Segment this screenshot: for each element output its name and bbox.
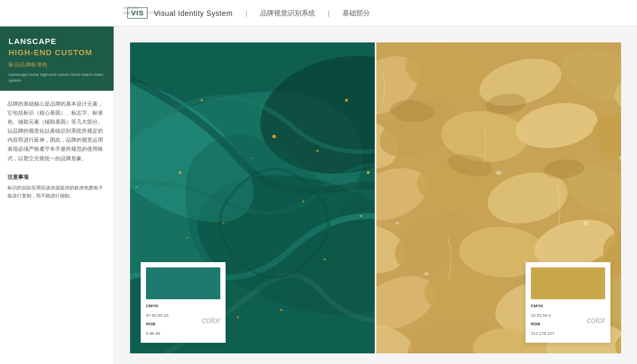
right-rgb-label: RGB (531, 322, 582, 326)
svg-point-8 (324, 258, 326, 261)
vis-label-line2: IDENTITY SYSTEM (123, 11, 165, 15)
left-cmyk-values: 97 60 65 20 (146, 313, 168, 318)
left-rgb-values: 9 88 89 (146, 331, 160, 336)
vis-small-label: VISUAL IDENTITY SYSTEM (123, 5, 165, 16)
right-image-panel: CMYK 20 53 54 0 RGB 212 178 127 color (376, 42, 621, 353)
right-rgb-values: 212 178 127 (531, 331, 555, 336)
main-content: LANSCAPE HIGH-END CUSTOM 标识品牌标准色 Landsca… (0, 27, 637, 364)
svg-point-58 (583, 221, 588, 225)
brand-desc-en: Landscape home high-end custom home bran… (8, 72, 105, 84)
right-color-card: CMYK 20 53 54 0 RGB 212 178 127 color (526, 262, 610, 343)
left-color-swatch (146, 267, 220, 299)
header: VISUAL IDENTITY SYSTEM VIS Visual Identi… (0, 0, 637, 27)
svg-point-10 (367, 171, 369, 174)
left-cmyk-label: CMYK (146, 304, 197, 308)
brand-line1: LANSCAPE (8, 36, 105, 47)
left-color-card: CMYK 97 60 65 20 RGB 9 88 89 color (141, 262, 226, 343)
left-color-word: color (202, 316, 220, 325)
right-color-word: color (587, 316, 605, 325)
sidebar: LANSCAPE HIGH-END CUSTOM 标识品牌标准色 Landsca… (0, 27, 114, 364)
sidebar-brand: LANSCAPE HIGH-END CUSTOM 标识品牌标准色 Landsca… (0, 27, 114, 91)
svg-point-21 (186, 237, 188, 239)
svg-point-57 (496, 170, 502, 175)
breadcrumb-brand: 品牌视觉识别系统 (260, 8, 315, 18)
sidebar-note-title: 注意事项 (7, 174, 106, 181)
vis-label-line1: VISUAL (123, 5, 140, 10)
sidebar-note-text: 标识的实际应用应该依据提供的标准色图电子版进行复制，而不能进行抽制。 (7, 184, 106, 201)
left-rgb-label: RGB (146, 322, 197, 326)
svg-point-11 (237, 316, 239, 318)
images-row: CMYK 97 60 65 20 RGB 9 88 89 color (130, 42, 621, 353)
svg-point-15 (136, 186, 137, 188)
svg-point-12 (345, 99, 348, 101)
svg-point-20 (316, 150, 318, 152)
svg-point-13 (201, 99, 203, 101)
svg-point-7 (272, 135, 276, 138)
sidebar-description: 品牌的基础核心是品牌的基本设计元素，它包括标识（核心基因）、标志字、标准色、辅助… (7, 99, 106, 163)
right-cmyk-values: 20 53 54 0 (531, 313, 551, 318)
right-color-info: CMYK 20 53 54 0 RGB 212 178 127 color (531, 304, 605, 337)
svg-point-59 (424, 272, 429, 276)
vis-title: Visual Identity System (154, 9, 233, 18)
right-color-swatch (531, 267, 605, 299)
right-color-values: CMYK 20 53 54 0 RGB 212 178 127 (531, 304, 582, 337)
right-cmyk-label: CMYK (531, 304, 582, 308)
left-image-panel: CMYK 97 60 65 20 RGB 9 88 89 color (130, 42, 375, 353)
sidebar-body: 品牌的基础核心是品牌的基本设计元素，它包括标识（核心基因）、标志字、标准色、辅助… (0, 91, 114, 353)
svg-point-5 (178, 171, 181, 174)
breadcrumb-basic: 基础部分 (342, 8, 370, 18)
left-color-values: CMYK 97 60 65 20 RGB 9 88 89 (146, 304, 197, 337)
brand-subtitle-cn: 标识品牌标准色 (8, 61, 105, 68)
header-sep1: | (245, 9, 247, 17)
svg-point-24 (280, 309, 282, 311)
svg-point-61 (395, 222, 400, 224)
header-sep2: | (328, 9, 330, 17)
svg-point-22 (360, 215, 362, 217)
content-area: CMYK 97 60 65 20 RGB 9 88 89 color (114, 27, 637, 364)
left-color-info: CMYK 97 60 65 20 RGB 9 88 89 color (146, 304, 220, 337)
brand-line2: HIGH-END CUSTOM (8, 47, 105, 58)
